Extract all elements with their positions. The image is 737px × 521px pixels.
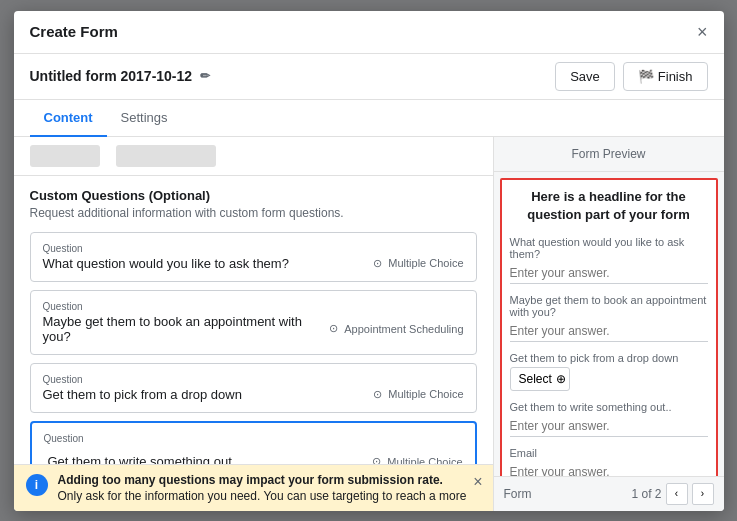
warning-description: Only ask for the information you need. Y… xyxy=(58,489,481,503)
preview-pagination: 1 of 2 ‹ › xyxy=(631,483,713,505)
preview-footer: Form 1 of 2 ‹ › xyxy=(494,476,724,511)
preview-input-2[interactable] xyxy=(510,321,708,342)
info-icon: i xyxy=(26,474,48,496)
question-row-1: What question would you like to ask them… xyxy=(43,256,464,271)
question-text-3: Get them to pick from a drop down xyxy=(43,387,363,402)
preview-q-label-1: What question would you like to ask them… xyxy=(510,236,708,260)
preview-q-label-3: Get them to pick from a drop down xyxy=(510,352,708,364)
question-text-2: Maybe get them to book an appointment wi… xyxy=(43,314,319,344)
close-button[interactable]: × xyxy=(697,23,708,41)
question-row-2: Maybe get them to book an appointment wi… xyxy=(43,314,464,344)
question-type-1: ⊙ Multiple Choice xyxy=(362,256,463,270)
tab-settings[interactable]: Settings xyxy=(107,100,182,137)
type-label-3: Multiple Choice xyxy=(388,388,463,400)
main-content: Custom Questions (Optional) Request addi… xyxy=(14,137,724,511)
custom-questions-title: Custom Questions (Optional) xyxy=(30,188,477,203)
scrolled-off-items xyxy=(14,137,493,176)
question-label-2: Question xyxy=(43,301,464,312)
preview-select[interactable]: Select ⊕ xyxy=(510,367,570,391)
select-arrow-icon: ⊕ xyxy=(556,372,566,386)
warning-text: Adding too many questions may impact you… xyxy=(58,473,481,503)
preview-input-4[interactable] xyxy=(510,416,708,437)
question-row-3: Get them to pick from a drop down ⊙ Mult… xyxy=(43,387,464,402)
question-label-3: Question xyxy=(43,374,464,385)
modal-title: Create Form xyxy=(30,23,118,40)
sub-header: Untitled form 2017-10-12 ✏ Save 🏁 Finish xyxy=(14,54,724,100)
multiple-choice-icon-1: ⊙ xyxy=(370,256,384,270)
type-label-1: Multiple Choice xyxy=(388,257,463,269)
active-question-content: ⊙ Multiple Choice Answers Type in each c… xyxy=(44,452,463,464)
warning-banner: i Adding too many questions may impact y… xyxy=(14,464,493,511)
question-label-1: Question xyxy=(43,243,464,254)
prev-page-button[interactable]: ‹ xyxy=(666,483,688,505)
question-card-3[interactable]: Question Get them to pick from a drop do… xyxy=(30,363,477,413)
question-type-2: ⊙ Appointment Scheduling xyxy=(318,322,463,336)
finish-button[interactable]: 🏁 Finish xyxy=(623,62,708,91)
modal-overlay: Create Form × Untitled form 2017-10-12 ✏… xyxy=(0,0,737,521)
preview-content: Here is a headline for the question part… xyxy=(494,172,724,476)
scrolled-company xyxy=(116,145,216,167)
save-button[interactable]: Save xyxy=(555,62,615,91)
preview-email-input[interactable] xyxy=(510,462,708,476)
type-label-2: Appointment Scheduling xyxy=(344,323,463,335)
active-q-row: ⊙ Multiple Choice xyxy=(44,452,463,464)
warning-close-button[interactable]: × xyxy=(473,473,482,491)
multiple-choice-icon-3: ⊙ xyxy=(370,387,384,401)
form-name-text: Untitled form 2017-10-12 xyxy=(30,68,193,84)
create-form-modal: Create Form × Untitled form 2017-10-12 ✏… xyxy=(14,11,724,511)
preview-input-1[interactable] xyxy=(510,263,708,284)
question-type-3: ⊙ Multiple Choice xyxy=(362,387,463,401)
tab-content[interactable]: Content xyxy=(30,100,107,137)
edit-icon[interactable]: ✏ xyxy=(200,69,210,83)
header-buttons: Save 🏁 Finish xyxy=(555,62,707,91)
active-question-input[interactable] xyxy=(44,452,362,464)
question-card-2[interactable]: Question Maybe get them to book an appoi… xyxy=(30,290,477,355)
question-card-1[interactable]: Question What question would you like to… xyxy=(30,232,477,282)
finish-icon: 🏁 xyxy=(638,69,654,84)
preview-form-label: Form xyxy=(504,487,532,501)
scrolled-email xyxy=(30,145,100,167)
multiple-choice-icon-active: ⊙ xyxy=(369,455,383,464)
preview-q-label-4: Get them to write something out.. xyxy=(510,401,708,413)
preview-q-label-2: Maybe get them to book an appointment wi… xyxy=(510,294,708,318)
preview-frame: Here is a headline for the question part… xyxy=(500,178,718,476)
question-card-active[interactable]: Question ⊙ Multiple Choice Answers xyxy=(30,421,477,464)
custom-questions-section: Custom Questions (Optional) Request addi… xyxy=(14,176,493,464)
form-name-row: Untitled form 2017-10-12 ✏ xyxy=(30,68,211,84)
active-question-type: ⊙ Multiple Choice xyxy=(361,455,462,464)
select-label: Select xyxy=(519,372,552,386)
preview-header: Form Preview xyxy=(494,137,724,172)
tabs-bar: Content Settings xyxy=(14,100,724,137)
left-scroll: Custom Questions (Optional) Request addi… xyxy=(14,137,493,464)
appointment-icon: ⊙ xyxy=(326,322,340,336)
preview-headline: Here is a headline for the question part… xyxy=(510,188,708,224)
preview-page-info: 1 of 2 xyxy=(631,487,661,501)
warning-title: Adding too many questions may impact you… xyxy=(58,473,481,487)
form-preview-panel: Form Preview Here is a headline for the … xyxy=(494,137,724,511)
active-question-label: Question xyxy=(44,433,463,444)
preview-email-label: Email xyxy=(510,447,708,459)
question-text-1: What question would you like to ask them… xyxy=(43,256,363,271)
active-type-label: Multiple Choice xyxy=(387,456,462,464)
next-page-button[interactable]: › xyxy=(692,483,714,505)
modal-header: Create Form × xyxy=(14,11,724,54)
finish-label: Finish xyxy=(658,69,693,84)
left-panel: Custom Questions (Optional) Request addi… xyxy=(14,137,494,511)
custom-questions-desc: Request additional information with cust… xyxy=(30,206,477,220)
